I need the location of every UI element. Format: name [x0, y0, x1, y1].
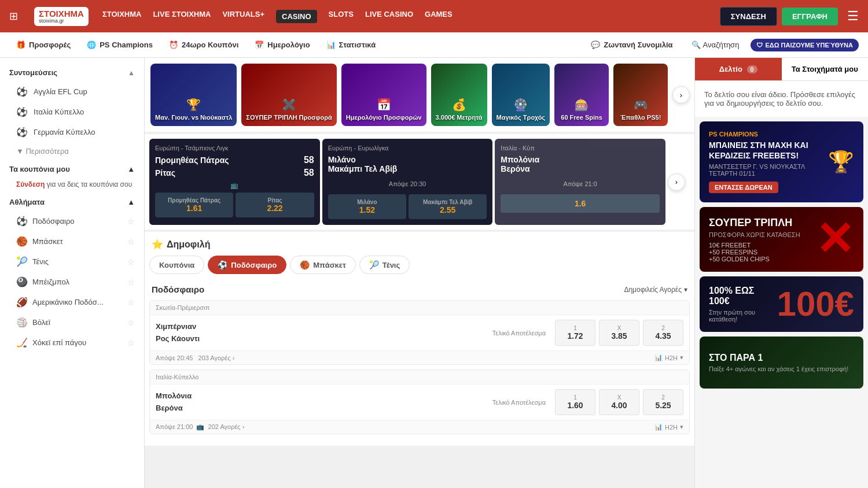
sidebar-item-germany-cup[interactable]: ⚽ Γερμανία Κύπελλο — [0, 122, 144, 142]
responsible-gaming-button[interactable]: 🛡 ΕΔΩ ΠΑΙΖΟΥΜΕ ΥΠΕΎΘΥΝΑ — [751, 39, 859, 51]
matches-next-button[interactable]: › — [668, 173, 685, 191]
sidebar-item-italy-cup[interactable]: ⚽ Ιταλία Κύπελλο — [0, 102, 144, 122]
match-team1-2: Μπολόνια — [501, 155, 660, 164]
coupons-arrow: ▲ — [127, 165, 135, 173]
promo-banner-ps-champions[interactable]: PS CHAMPIONS ΜΠΑΙΝΕΙΣ ΣΤΗ ΜΑΧΗ ΚΑΙ ΚΕΡΔΙ… — [700, 121, 863, 202]
betslip-tab-mybets[interactable]: Τα Στοιχήματά μου — [782, 58, 869, 80]
match-card-0[interactable]: Ευρώπη - Τσάμπιονς Λιγκ Προμηθέας Πάτρας… — [149, 139, 320, 225]
promo-banner-super-triple[interactable]: ΣΟΥΠΕΡ ΤΡΙΠΛΗ ΠΡΟΣΦΟΡΑ ΧΩΡΙΣ ΚΑΤΑΘΕΣΗ 10… — [700, 207, 863, 272]
match-odd-btn-1-2[interactable]: Μακάμπι Τελ Αβίβ 2.55 — [409, 194, 487, 219]
chevron-down-icon: ▾ — [684, 286, 687, 294]
tab-football[interactable]: ⚽ Ποδόσφαιρο — [208, 256, 286, 274]
tab-tennis-icon: 🎾 — [369, 260, 379, 269]
promo-cta-0[interactable]: ΕΝΤΑΣΣΕ ΔΩΡΕΑΝ — [709, 182, 778, 193]
sidebar-more-link[interactable]: ▼ Περισσότερα — [0, 142, 144, 160]
fav-star-tennis[interactable]: ☆ — [127, 257, 135, 267]
nav-slots[interactable]: SLOTS — [329, 10, 354, 23]
odd-btn-0-x[interactable]: Χ 3.85 — [599, 320, 639, 346]
nav-games[interactable]: GAMES — [425, 10, 453, 23]
promo-banner-100[interactable]: 100% ΕΩΣ 100€ Στην πρώτη σου κατάθεση! 1… — [700, 276, 863, 332]
match-odd-btn-2-1[interactable]: 1.6 — [501, 194, 660, 213]
sec-nav-24h-coupon[interactable]: ⏰ 24ωρο Κουπόνι — [162, 37, 245, 53]
match-row-footer-0: Απόψε 20:45 203 Αγορές › 📊 H2H ▾ — [150, 350, 689, 364]
odd-btn-1-2[interactable]: 2 5.25 — [643, 389, 683, 415]
login-button[interactable]: ΣΥΝΔΕΣΗ — [720, 7, 777, 26]
carousel-card-2[interactable]: 📅 Ημερολόγιο Προσφορών — [341, 64, 426, 126]
sidebar-sport-american-football[interactable]: 🏈 Αμερικάνικο Ποδόσ... ☆ — [0, 292, 144, 312]
sidebar-sport-baseball[interactable]: 🎱 Μπέιζμπολ ☆ — [0, 272, 144, 292]
tab-coupons[interactable]: Κουπόνια — [149, 256, 204, 274]
tab-tennis[interactable]: 🎾 Τένις — [359, 256, 410, 274]
promo-banner-para1[interactable]: ΣΤΟ ΠΑΡΑ 1 Παίξε 4+ αγώνες και αν χάσεις… — [700, 337, 863, 389]
sec-nav-statistics[interactable]: 📊 Στατιστικά — [319, 37, 383, 53]
match-row-1: Ιταλία-Κύπελλο Μπολόνια Βερόνα Τελικό Απ… — [149, 369, 690, 434]
carousel-card-4[interactable]: 🎡 Μαγικός Τροχός — [492, 64, 550, 126]
carousel-icon-5: 🎰 — [575, 98, 589, 112]
carousel-card-1[interactable]: ✖️ ΣΟΥΠΕΡ ΤΡΙΠΛΗ Προσφορά — [241, 64, 336, 126]
sidebar-sport-hockey[interactable]: 🏒 Χόκεϊ επί πάγου ☆ — [0, 332, 144, 353]
nav-virtuals[interactable]: VIRTUALS+ — [222, 10, 264, 23]
register-button[interactable]: ΕΓΓΡΑΦΗ — [782, 8, 838, 25]
h2h-link-0[interactable]: 📊 H2H ▾ — [654, 354, 683, 361]
am-football-icon: 🏈 — [16, 297, 28, 308]
match-row-header-0: Σκωτία-Πρέμιερσιπ — [150, 301, 689, 315]
sidebar-sport-volleyball[interactable]: 🏐 Βόλεϊ ☆ — [0, 312, 144, 332]
h2h-link-1[interactable]: 📊 H2H ▾ — [654, 423, 683, 431]
login-link[interactable]: Σύνδεση — [16, 180, 45, 188]
live-chat-button[interactable]: 💬 Ζωντανή Συνομιλία — [584, 37, 679, 53]
fav-star-basketball[interactable]: ☆ — [127, 237, 135, 246]
nav-live-stoixima[interactable]: LIVE ΣΤΟΙΧΗΜΑ — [153, 10, 211, 23]
carousel-card-3[interactable]: 💰 3.000€ Μετρητά — [431, 64, 487, 126]
search-button[interactable]: 🔍 Αναζήτηση — [685, 37, 746, 53]
fav-star-baseball[interactable]: ☆ — [127, 278, 135, 287]
hamburger-icon[interactable]: ☰ — [847, 9, 859, 24]
odd-btn-1-1[interactable]: 1 1.60 — [555, 389, 595, 415]
nav-stoixima[interactable]: ΣΤΟΙΧΗΜΑ — [102, 10, 142, 23]
match-card-2[interactable]: Ιταλία - Κύπ Μπολόνια Βερόνα Απόψε 21:0 … — [495, 139, 665, 225]
responsible-icon: 🛡 — [756, 42, 763, 49]
carousel-card-6[interactable]: 🎮 Έπαθλο PS5! — [613, 64, 668, 126]
fav-star-hockey[interactable]: ☆ — [127, 338, 135, 347]
nav-casino[interactable]: CASINO — [276, 10, 317, 23]
sec-nav-offers[interactable]: 🎁 Προσφορές — [9, 37, 78, 53]
nav-live-casino[interactable]: LIVE CASINO — [365, 10, 413, 23]
match-card-1[interactable]: Ευρώπη - Ευρωλίγκα Μιλάνο Μακάμπι Τελ Αβ… — [322, 139, 493, 225]
fav-star-volleyball[interactable]: ☆ — [127, 318, 135, 327]
sidebar-item-efl-cup[interactable]: ⚽ Αγγλία EFL Cup — [0, 82, 144, 102]
odd-btn-1-x[interactable]: Χ 4.00 — [599, 389, 639, 415]
tennis-icon: 🎾 — [16, 256, 28, 267]
match-odd-btn-1-1[interactable]: Μιλάνο 1.52 — [328, 194, 406, 219]
match-odds-0: Προμηθέας Πάτρας 1.61 Ρίτας 2.22 — [155, 193, 314, 217]
match-odd-btn-0-2[interactable]: Ρίτας 2.22 — [236, 193, 314, 217]
fav-star-am-football[interactable]: ☆ — [127, 298, 135, 307]
carousel-card-5[interactable]: 🎰 60 Free Spins — [554, 64, 609, 126]
promo-subtitle-0: PS CHAMPIONS — [709, 131, 828, 138]
secondary-navigation: 🎁 Προσφορές 🌐 PS Champions ⏰ 24ωρο Κουπό… — [0, 32, 868, 58]
popular-markets-link[interactable]: Δημοφιλείς Αγορές ▾ — [624, 286, 687, 294]
popular-star-icon: ⭐ — [152, 239, 163, 250]
match-odd-btn-0-1[interactable]: Προμηθέας Πάτρας 1.61 — [155, 193, 233, 217]
football-icon: ⚽ — [16, 216, 28, 227]
odd-btn-0-1[interactable]: 1 1.72 — [555, 320, 595, 346]
sports-header[interactable]: Αθλήματα ▲ — [0, 193, 144, 211]
sec-nav-calendar[interactable]: 📅 Ημερολόγιο — [248, 37, 317, 53]
sidebar-sport-basketball[interactable]: 🏀 Μπάσκετ ☆ — [0, 231, 144, 252]
match-teams-0: Προμηθέας Πάτρας 58 Ρίτας 58 — [155, 155, 314, 178]
sec-nav-ps-champions[interactable]: 🌐 PS Champions — [80, 37, 160, 53]
match-odds-2: 1.6 — [501, 194, 660, 213]
clock-icon: ⏰ — [169, 40, 178, 49]
fav-star-football[interactable]: ☆ — [127, 217, 135, 226]
betslip-tab-slip[interactable]: Δελτίο 0 — [695, 58, 782, 80]
carousel-card-0[interactable]: 🏆 Μαν. Γιουν. vs Νιούκαστλ — [150, 64, 237, 126]
match-result-label-0: Τελικό Αποτέλεσμα — [488, 330, 550, 337]
carousel-icon-2: 📅 — [377, 98, 391, 112]
grid-icon[interactable]: ⊞ — [9, 10, 18, 23]
sidebar-sport-tennis[interactable]: 🎾 Τένις ☆ — [0, 252, 144, 272]
my-coupons-header[interactable]: Τα κουπόνια μου ▲ — [0, 160, 144, 178]
carousel-next-button[interactable]: › — [672, 86, 690, 103]
shortcuts-header[interactable]: Συντομεύσεις ▲ — [0, 64, 144, 82]
sidebar-sport-football[interactable]: ⚽ Ποδόσφαιρο ☆ — [0, 211, 144, 231]
logo[interactable]: ΣΤΟΙΧΗΜΑ stoixima.gr — [34, 7, 89, 26]
tab-basketball[interactable]: 🏀 Μπάσκετ — [290, 256, 356, 274]
odd-btn-0-2[interactable]: 2 4.35 — [643, 320, 683, 346]
